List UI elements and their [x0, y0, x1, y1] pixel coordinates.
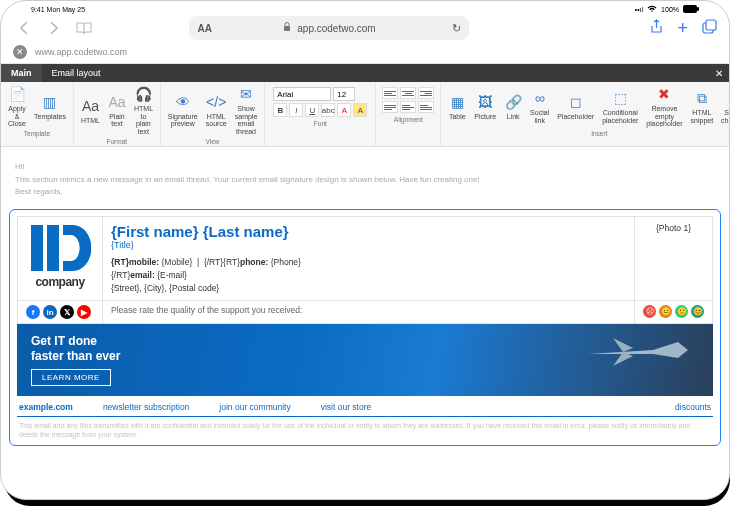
bookmarks-button[interactable]: [73, 17, 95, 39]
rate-great-icon[interactable]: 😊: [691, 305, 704, 318]
group-align-label: Alignment: [394, 116, 423, 123]
wifi-icon: [647, 5, 657, 14]
plaintext-button[interactable]: AaPlain text: [105, 85, 129, 137]
font-size-select[interactable]: [333, 87, 355, 101]
preview-icon: 👁: [174, 94, 192, 112]
group-insert-label: Insert: [591, 130, 607, 137]
company-name: company: [26, 275, 94, 289]
svg-rect-4: [706, 20, 716, 30]
align-left-button[interactable]: [382, 87, 398, 99]
align-bottom-button[interactable]: [418, 101, 434, 113]
jet-graphic: [583, 332, 693, 372]
align-middle-button[interactable]: [400, 101, 416, 113]
x-icon[interactable]: 𝕏: [60, 305, 74, 319]
rate-good-icon[interactable]: 🙂: [675, 305, 688, 318]
svg-rect-2: [284, 26, 290, 31]
templates-button[interactable]: ▥Templates: [31, 85, 69, 129]
group-template-label: Template: [24, 130, 50, 137]
link-store[interactable]: visit our store: [321, 402, 372, 412]
font-color-button[interactable]: A: [337, 103, 351, 117]
reload-icon[interactable]: ↻: [452, 22, 461, 35]
company-logo-icon: [29, 223, 91, 273]
ribbon-tab-main[interactable]: Main: [1, 64, 42, 82]
placeholder-button[interactable]: ◻Placeholder: [554, 85, 597, 129]
battery-percent: 100%: [661, 6, 679, 13]
svg-rect-5: [31, 225, 43, 271]
signal-icon: ••ıl: [635, 6, 643, 13]
html-button[interactable]: AaHTML: [78, 85, 103, 137]
disclaimer-text: This email and any files transmitted wit…: [17, 417, 713, 439]
tab-strip: ✕ www.app.codetwo.com: [1, 42, 729, 64]
new-tab-button[interactable]: +: [677, 18, 688, 39]
table-icon: ▦: [448, 94, 466, 112]
forward-button[interactable]: [43, 17, 65, 39]
html-to-plain-button[interactable]: 🎧HTML to plain text: [131, 85, 156, 137]
align-center-button[interactable]: [400, 87, 416, 99]
sample-icon: ✉: [237, 86, 255, 104]
facebook-icon[interactable]: f: [26, 305, 40, 319]
status-time: 9:41 Mon May 25: [31, 6, 85, 13]
rating-text-cell: Please rate the quality of the support y…: [103, 301, 635, 324]
signature-preview[interactable]: company {First name} {Last name} {Title}…: [9, 209, 721, 446]
rate-poor-icon[interactable]: 😐: [659, 305, 672, 318]
apply-icon: 📄: [8, 86, 26, 104]
bold-button[interactable]: B: [273, 103, 287, 117]
underline-button[interactable]: U: [305, 103, 319, 117]
close-tab-button[interactable]: ✕: [13, 45, 27, 59]
email-body-placeholder: Hi! This section mimics a new message in…: [7, 161, 723, 209]
remove-empty-button[interactable]: ✖Remove empty placeholder: [643, 85, 685, 129]
highlight-button[interactable]: A: [353, 103, 367, 117]
italic-button[interactable]: I: [289, 103, 303, 117]
tabs-button[interactable]: [702, 19, 717, 37]
convert-icon: 🎧: [134, 86, 152, 104]
link-newsletter[interactable]: newsletter subscription: [103, 402, 189, 412]
lock-icon: [283, 22, 291, 34]
group-font-label: Font: [314, 120, 327, 127]
strike-button[interactable]: abc: [321, 103, 335, 117]
url-text: app.codetwo.com: [297, 23, 375, 34]
insert-picture-button[interactable]: 🖼Picture: [471, 85, 499, 129]
address-bar[interactable]: AA app.codetwo.com ↻: [189, 16, 469, 40]
reader-icon[interactable]: AA: [197, 23, 211, 34]
link-community[interactable]: join our community: [219, 402, 290, 412]
insert-table-button[interactable]: ▦Table: [445, 85, 469, 129]
source-icon: </>: [207, 94, 225, 112]
learn-more-button[interactable]: LEARN MORE: [31, 369, 111, 386]
ribbon-close-icon[interactable]: ✕: [715, 68, 723, 79]
ribbon-tab-layout[interactable]: Email layout: [42, 64, 111, 82]
footer-links: example.com newsletter subscription join…: [17, 396, 713, 417]
html-snippet-button[interactable]: ⧉HTML snippet: [688, 85, 717, 129]
sample-thread-button[interactable]: ✉Show sample email thread: [232, 85, 261, 137]
editor-canvas[interactable]: Hi! This section mimics a new message in…: [1, 147, 729, 500]
insert-link-button[interactable]: 🔗Link: [501, 85, 525, 129]
share-button[interactable]: [650, 19, 663, 38]
photo-cell: {Photo 1}: [635, 217, 713, 301]
social-cell: f in 𝕏 ▶: [18, 301, 103, 324]
cond-placeholder-button[interactable]: ⬚Conditional placeholder: [599, 85, 641, 129]
linkedin-icon[interactable]: in: [43, 305, 57, 319]
social-icon: ∞: [531, 90, 549, 108]
svg-rect-6: [47, 225, 59, 271]
social-link-button[interactable]: ∞Social link: [527, 85, 552, 129]
placeholder-icon: ◻: [567, 94, 585, 112]
promo-banner[interactable]: Get IT donefaster than ever LEARN MORE: [17, 324, 713, 396]
rate-bad-icon[interactable]: ☹: [643, 305, 656, 318]
special-char-button[interactable]: ΩSpecial character: [718, 85, 730, 129]
align-top-button[interactable]: [382, 101, 398, 113]
safari-toolbar: AA app.codetwo.com ↻ +: [1, 14, 729, 42]
signature-table: company {First name} {Last name} {Title}…: [17, 216, 713, 324]
back-button[interactable]: [13, 17, 35, 39]
tab-title[interactable]: www.app.codetwo.com: [35, 47, 127, 57]
ipad-status-bar: 9:41 Mon May 25 ••ıl 100%: [1, 1, 729, 14]
apply-close-button[interactable]: 📄Apply & Close: [5, 85, 29, 129]
font-name-select[interactable]: [273, 87, 331, 101]
youtube-icon[interactable]: ▶: [77, 305, 91, 319]
align-right-button[interactable]: [418, 87, 434, 99]
sig-preview-button[interactable]: 👁Signature preview: [165, 85, 201, 137]
contact-line3: {Street}, {City}, {Postal code}: [111, 282, 626, 295]
svg-rect-1: [697, 7, 699, 11]
html-source-button[interactable]: </>HTML source: [203, 85, 230, 137]
link-site[interactable]: example.com: [19, 402, 73, 412]
remove-icon: ✖: [655, 86, 673, 104]
link-discounts[interactable]: discounts: [675, 402, 711, 412]
